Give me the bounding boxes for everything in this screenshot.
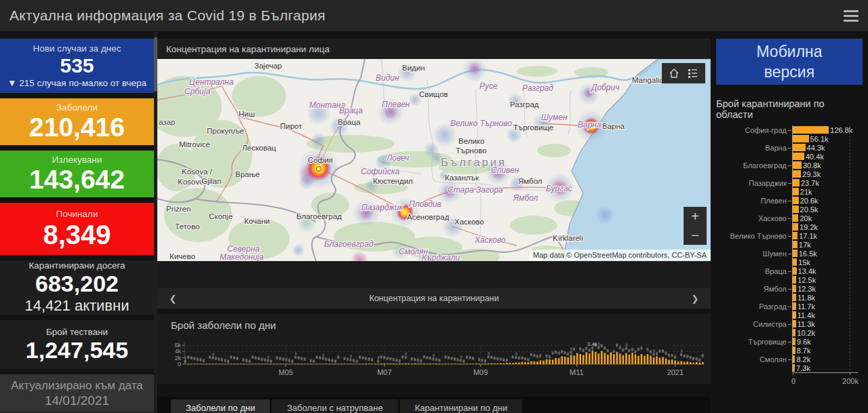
map-canvas[interactable]: ЗајечарВидинВидинЦентралнаСрбијаМонтанаВ… — [157, 59, 711, 261]
map-zoom-control: + − — [684, 207, 707, 245]
region-bar — [793, 241, 797, 248]
region-value: 12.5k — [797, 276, 816, 284]
zoom-out-button[interactable]: − — [684, 226, 707, 245]
map-label: Кюстендил — [373, 177, 413, 185]
region-label: Разград — [716, 302, 792, 311]
map-label: Пловдив — [409, 199, 441, 209]
legend-button[interactable] — [686, 66, 701, 81]
map-label: Kosova / — [182, 168, 213, 176]
region-value: 30.8k — [803, 161, 821, 170]
axis-label-zero: 0 — [791, 377, 795, 385]
region-bar — [793, 170, 801, 178]
region-bar — [793, 285, 796, 292]
region-value: 19.2k — [800, 223, 818, 231]
stat-card-new-cases: Нови случаи за днес535▼ 215 случая по-ма… — [0, 39, 154, 93]
stat-note: 14,421 активни — [0, 297, 154, 315]
map-label: Търговище — [513, 123, 553, 132]
region-bar-row: Благоевград30.8k — [716, 161, 863, 170]
svg-text:M09: M09 — [473, 368, 488, 376]
daily-chart-title: Брой заболели по дни — [171, 319, 711, 331]
right-sidebar: Мобилна версия Брой карантинирани по обл… — [711, 32, 868, 413]
map-panel-spacer — [157, 261, 711, 288]
region-bar — [793, 197, 799, 204]
carousel-next-icon[interactable]: ❯ — [679, 294, 711, 304]
region-bar — [793, 126, 829, 134]
region-bar-row: Шумен16.5k — [716, 249, 863, 258]
home-extent-button[interactable] — [667, 66, 682, 81]
map-label: Ямбол — [518, 177, 542, 185]
zoom-in-button[interactable]: + — [684, 207, 707, 226]
chart-tabs: Заболели по дниЗаболели с натрупванеКара… — [157, 397, 711, 413]
tab-0[interactable]: Заболели по дни — [171, 399, 270, 413]
stat-label: Починали — [0, 209, 154, 219]
map-label: Варна — [578, 120, 601, 130]
region-bar-row: 10.2k — [716, 328, 863, 337]
region-bar — [793, 294, 796, 301]
map-label: Враца — [338, 118, 361, 126]
region-label: Варна — [716, 144, 792, 152]
home-icon — [669, 68, 679, 79]
region-bar — [793, 338, 795, 345]
map-label: Велико — [458, 137, 484, 145]
region-bar — [793, 214, 798, 222]
region-bar-row: 11.8k — [716, 293, 863, 302]
hamburger-menu-icon[interactable] — [844, 8, 859, 24]
svg-text:M05: M05 — [279, 368, 293, 376]
map-panel: Концентрация на карантинирани лица — [157, 39, 711, 309]
map-label: Србија — [184, 87, 210, 96]
stat-label: Актуализирано към дата — [0, 379, 154, 393]
page-title: Актуална информация за Covid 19 в Българ… — [9, 7, 326, 24]
region-bar-row: 7.3k — [716, 363, 863, 372]
region-value: 16.5k — [799, 250, 817, 258]
map-toolbar — [662, 63, 705, 83]
map-label: Русе — [479, 81, 498, 91]
svg-text:M07: M07 — [377, 368, 391, 376]
map-label: Kosovo — [178, 178, 203, 186]
stat-value: 683,202 — [0, 272, 154, 296]
map-label: Хасково — [474, 235, 506, 245]
tab-1[interactable]: Заболели с натрупване — [272, 399, 398, 413]
map-label: Враца — [339, 106, 363, 115]
map-label: Бургас — [546, 184, 572, 193]
carousel-prev-icon[interactable]: ❮ — [157, 294, 189, 304]
region-bar — [793, 276, 796, 283]
svg-text:2021: 2021 — [667, 368, 684, 376]
map-label: Свищов — [419, 90, 448, 98]
stat-note: ▼ 215 случая по-малко от вчера — [0, 78, 154, 88]
map-label: Тетово — [175, 222, 199, 231]
region-bar — [793, 232, 797, 239]
region-bar-row: Хасково20k — [716, 214, 863, 222]
region-value: 11.8k — [797, 294, 815, 302]
stat-card-deaths: Починали8,349 — [0, 203, 154, 255]
map-label: София — [308, 156, 333, 164]
mobile-version-button[interactable]: Мобилна версия — [716, 39, 863, 85]
region-value: 17k — [799, 241, 811, 249]
region-bar-row: 15k — [716, 258, 863, 267]
map-label: Видин — [376, 73, 399, 83]
region-value: 11.3k — [797, 320, 815, 328]
app-header: Актуална информация за Covid 19 в Българ… — [0, 0, 868, 32]
region-bar-row: Смолян8.2k — [716, 355, 863, 363]
carousel-caption: Концентрация на карантинирани — [189, 294, 679, 303]
tab-2[interactable]: Карантинирани по дни — [400, 399, 523, 413]
map-label: Кърджали — [422, 253, 460, 261]
region-bar — [793, 179, 800, 186]
region-bar — [793, 320, 796, 328]
svg-text:3.4k: 3.4k — [587, 341, 598, 347]
region-bar-row: Ямбол12.3k — [716, 284, 863, 293]
map-label: Македонија — [220, 252, 264, 261]
region-bar-row: 8.7k — [716, 346, 863, 355]
region-bar-row: 29.3k — [716, 170, 863, 178]
region-bar — [793, 250, 797, 257]
region-bar-row: 40.4k — [716, 152, 863, 161]
quarantined-by-region-chart: София-град126.8k56.1kВарна44.3k40.4kБлаг… — [716, 125, 863, 372]
axis-label-max: 200k — [842, 377, 859, 385]
map-label: Видин — [402, 64, 425, 72]
map-label: Стара Загора — [448, 185, 503, 195]
region-bar-row: 17k — [716, 240, 863, 249]
region-label: Пазарджик — [716, 179, 792, 187]
map-label: Централна — [189, 77, 234, 87]
region-label: Благоевград — [716, 161, 792, 170]
stat-card-infected: Заболели210,416 — [0, 98, 154, 145]
region-value: 56.1k — [810, 135, 829, 143]
